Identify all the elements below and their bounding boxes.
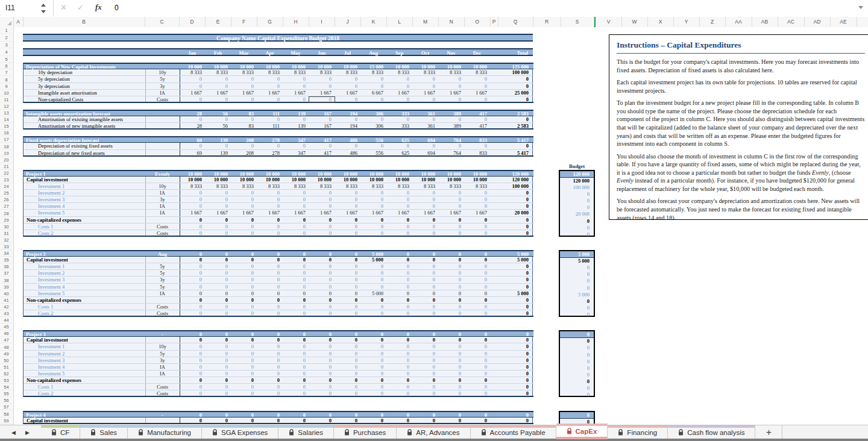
value-cell[interactable]: 0 bbox=[180, 290, 206, 297]
value-cell[interactable]: 0 bbox=[361, 116, 387, 123]
value-cell[interactable]: 0 bbox=[387, 270, 413, 277]
value-cell[interactable]: 0 bbox=[309, 76, 335, 83]
row-label[interactable]: 5y depreciation bbox=[24, 76, 145, 83]
value-cell[interactable]: 0 bbox=[231, 190, 257, 196]
value-cell[interactable]: 0 bbox=[387, 277, 413, 283]
value-cell[interactable]: 0 bbox=[257, 203, 283, 210]
row-header-42[interactable]: 42 bbox=[0, 304, 13, 310]
value-cell[interactable]: 0 bbox=[465, 190, 491, 196]
row-label[interactable]: Costs 1 bbox=[24, 304, 145, 310]
row-total-cell[interactable]: 0 bbox=[498, 277, 533, 283]
value-cell[interactable]: 0 bbox=[413, 357, 439, 364]
row-header-29[interactable]: 29 bbox=[0, 217, 13, 224]
value-cell[interactable]: 0 bbox=[206, 143, 231, 149]
value-cell[interactable]: 833 bbox=[465, 150, 491, 157]
value-cell[interactable]: 0 bbox=[465, 351, 491, 357]
value-cell[interactable]: 0 bbox=[413, 371, 439, 377]
value-cell[interactable]: 0 bbox=[257, 277, 283, 283]
value-cell[interactable]: 0 bbox=[231, 230, 257, 237]
value-cell[interactable]: 0 bbox=[257, 116, 283, 123]
row-total-cell[interactable]: 100 000 bbox=[498, 69, 533, 76]
value-cell[interactable]: 694 bbox=[413, 150, 439, 157]
row-schedule[interactable]: Costs bbox=[145, 304, 180, 310]
row-total-cell[interactable]: 5 000 bbox=[498, 257, 533, 263]
spinner-down-icon[interactable] bbox=[41, 10, 46, 13]
value-cell[interactable]: 0 bbox=[309, 143, 335, 149]
value-cell[interactable]: 0 bbox=[180, 263, 206, 270]
value-cell[interactable]: 0 bbox=[335, 224, 361, 230]
value-cell[interactable]: 1 667 bbox=[231, 210, 257, 216]
value-cell[interactable]: 0 bbox=[283, 196, 309, 203]
value-cell[interactable]: 0 bbox=[257, 83, 283, 90]
value-cell[interactable]: 10 000 bbox=[206, 177, 231, 183]
sheet-tab-cf[interactable]: CF bbox=[41, 425, 80, 439]
value-cell[interactable]: 0 bbox=[231, 337, 257, 343]
value-cell[interactable]: 0 bbox=[335, 263, 361, 270]
value-cell[interactable]: 0 bbox=[283, 270, 309, 277]
row-header-5[interactable]: 5 bbox=[0, 56, 13, 63]
value-cell[interactable]: 0 bbox=[283, 357, 309, 364]
row-header-19[interactable]: 19 bbox=[0, 150, 13, 157]
value-cell[interactable]: 0 bbox=[387, 351, 413, 357]
value-cell[interactable]: 8 333 bbox=[413, 69, 439, 76]
value-cell[interactable]: 0 bbox=[257, 364, 283, 371]
spreadsheet-grid[interactable]: 1234567891011121314151617181920212223242… bbox=[0, 27, 868, 425]
value-cell[interactable]: 0 bbox=[361, 351, 387, 357]
value-cell[interactable]: 0 bbox=[231, 290, 257, 297]
value-cell[interactable]: 0 bbox=[180, 310, 206, 317]
budget-cell[interactable]: 5 000 bbox=[560, 251, 594, 258]
value-cell[interactable]: 0 bbox=[257, 390, 283, 397]
budget-cell[interactable]: 120 000 bbox=[560, 178, 594, 184]
row-header-27[interactable]: 27 bbox=[0, 203, 13, 210]
value-cell[interactable]: 1 667 bbox=[257, 90, 283, 96]
sheet-tab-sales[interactable]: Sales bbox=[80, 425, 128, 439]
value-cell[interactable]: 0 bbox=[257, 343, 283, 350]
column-header-V[interactable]: V bbox=[596, 17, 622, 27]
cancel-entry-icon[interactable]: ✕ bbox=[60, 3, 67, 12]
value-cell[interactable]: 0 bbox=[231, 297, 257, 304]
value-cell[interactable]: 0 bbox=[206, 203, 231, 210]
row-label[interactable]: Investment 4 bbox=[24, 364, 145, 371]
value-cell[interactable]: 0 bbox=[465, 217, 491, 224]
value-cell[interactable]: 56 bbox=[206, 123, 231, 130]
row-schedule[interactable]: 5y bbox=[145, 76, 180, 83]
value-cell[interactable]: 8 333 bbox=[180, 69, 206, 76]
value-cell[interactable]: 0 bbox=[413, 310, 439, 317]
value-cell[interactable]: 0 bbox=[180, 270, 206, 277]
value-cell[interactable]: 0 bbox=[257, 76, 283, 83]
value-cell[interactable]: 0 bbox=[283, 418, 309, 424]
value-cell[interactable]: 0 bbox=[257, 337, 283, 343]
row-header-52[interactable]: 52 bbox=[0, 371, 13, 377]
value-cell[interactable]: 5 000 bbox=[361, 290, 387, 297]
value-cell[interactable]: 0 bbox=[387, 418, 413, 424]
column-header-N[interactable]: N bbox=[438, 17, 465, 27]
value-cell[interactable]: 10 000 bbox=[387, 177, 413, 183]
sheet-tab-capex[interactable]: CapEx bbox=[556, 424, 608, 439]
row-header-28[interactable]: 28 bbox=[0, 210, 13, 217]
row-label[interactable]: Depreciation of new fixed assets bbox=[24, 150, 145, 157]
add-sheet-button[interactable]: + bbox=[755, 425, 782, 439]
row-header-3[interactable]: 3 bbox=[0, 42, 13, 48]
value-cell[interactable]: 0 bbox=[283, 203, 309, 210]
row-header-41[interactable]: 41 bbox=[0, 297, 13, 304]
value-cell[interactable]: 8 333 bbox=[335, 69, 361, 76]
value-cell[interactable]: 0 bbox=[361, 284, 387, 290]
row-header-9[interactable]: 9 bbox=[0, 83, 13, 90]
row-header-44[interactable]: 44 bbox=[0, 317, 13, 324]
value-cell[interactable]: 8 333 bbox=[465, 183, 491, 190]
value-cell[interactable]: 0 bbox=[283, 390, 309, 397]
value-cell[interactable]: 0 bbox=[413, 76, 439, 83]
value-cell[interactable]: 0 bbox=[283, 304, 309, 310]
row-label[interactable]: Capital investment bbox=[24, 418, 145, 424]
value-cell[interactable]: 0 bbox=[387, 263, 413, 270]
column-header-W[interactable]: W bbox=[621, 17, 648, 27]
value-cell[interactable]: 0 bbox=[361, 96, 387, 103]
row-schedule[interactable]: Costs bbox=[145, 96, 180, 103]
value-cell[interactable]: 0 bbox=[257, 217, 283, 224]
value-cell[interactable]: 0 bbox=[309, 83, 335, 90]
value-cell[interactable]: 0 bbox=[309, 297, 335, 304]
value-cell[interactable]: 0 bbox=[257, 96, 283, 103]
value-cell[interactable]: 0 bbox=[413, 257, 439, 263]
row-total-cell[interactable]: 0 bbox=[498, 217, 533, 224]
row-total-cell[interactable]: 0 bbox=[498, 418, 533, 424]
